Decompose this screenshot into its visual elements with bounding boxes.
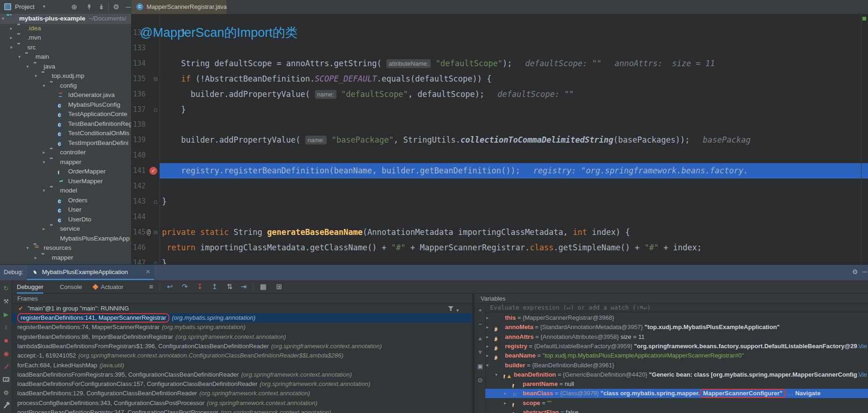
tree-item-ordermapper[interactable]: IOrderMapper xyxy=(0,167,132,177)
variable-row-this[interactable]: ▸this = {MapperScannerRegistrar@3968} xyxy=(485,313,868,323)
tree-item-orders[interactable]: COrders xyxy=(0,196,132,206)
fold-marker-icon[interactable]: ⊟ xyxy=(154,225,157,240)
tree-item--mvn[interactable]: ▸.mvn xyxy=(0,33,132,43)
code-line-144[interactable]: 144 xyxy=(132,209,868,225)
code-line-134[interactable]: 134 String defaultScope = annoAttrs.getS… xyxy=(132,56,868,71)
code-line-143[interactable]: 143⌂} xyxy=(132,194,868,209)
frame-row[interactable]: registerBeanDefinitions:74, MapperScanne… xyxy=(12,323,472,332)
code-editor[interactable]: 132⌂ }133134 String defaultScope = annoA… xyxy=(132,14,868,264)
frame-row[interactable]: registerBeanDefinitions:86, ImportBeanDe… xyxy=(12,332,472,342)
fold-marker-icon[interactable]: ⌂ xyxy=(154,102,157,117)
chevron-expanded-icon[interactable]: ▾ xyxy=(18,54,21,59)
line-number[interactable]: 140 xyxy=(132,148,146,163)
frame-row[interactable]: loadBeanDefinitionsFromRegistrars:395, C… xyxy=(12,370,472,379)
tree-item-user[interactable]: CUser xyxy=(0,205,132,215)
chevron-collapsed-icon[interactable]: ▸ xyxy=(486,332,489,342)
code-line-135[interactable]: 135⊟ if (!AbstractBeanDefinition.SCOPE_D… xyxy=(132,71,868,87)
chevron-expanded-icon[interactable]: ▾ xyxy=(495,370,497,379)
tree-item-src[interactable]: ▾src xyxy=(0,43,132,53)
frame-row[interactable]: registerBeanDefinitions:141, MapperScann… xyxy=(12,313,472,323)
remove-watch-icon[interactable]: − xyxy=(476,320,485,329)
inline-watches-icon[interactable]: ⊙ xyxy=(476,376,485,385)
editor-tab[interactable]: C MapperScannerRegistrar.java ✕ xyxy=(132,0,226,14)
layout-menu-icon[interactable]: ≡ xyxy=(146,281,157,292)
variable-row-registry[interactable]: ▸pregistry = {DefaultListableBeanFactory… xyxy=(485,342,868,351)
tree-item-testbeandefinitionreg[interactable]: CTestBeanDefinitionReg xyxy=(0,119,132,129)
chevron-collapsed-icon[interactable]: ▸ xyxy=(486,313,489,323)
variable-row-annoAttrs[interactable]: ▸pannoAttrs = {AnnotationAttributes@3958… xyxy=(485,332,868,342)
code-line-136[interactable]: 136 builder.addPropertyValue( name: "def… xyxy=(132,87,868,102)
variable-row-annoMeta[interactable]: ▸pannoMeta = {StandardAnnotationMetadata… xyxy=(485,323,868,332)
code-line-142[interactable]: 142 xyxy=(132,179,868,194)
mute-breakpoints-icon[interactable]: ◉ xyxy=(0,349,12,358)
tab-actuator[interactable]: Actuator xyxy=(101,280,123,294)
variable-row-scope[interactable]: ▸fscope = "" xyxy=(485,399,868,408)
tree-item-model[interactable]: ▾model xyxy=(0,186,132,196)
line-number[interactable]: 141 xyxy=(132,163,146,179)
frame-row[interactable]: accept:-1, 619241052(org.springframework… xyxy=(12,351,472,360)
frame-row[interactable]: lambda$loadBeanDefinitionsFromRegistrars… xyxy=(12,342,472,351)
tree-item-usermapper[interactable]: UserMapper xyxy=(0,177,132,186)
line-number[interactable]: 138 xyxy=(132,117,146,132)
tree-item-testapplicationconte[interactable]: CTestApplicationConte xyxy=(0,110,132,119)
frame-row[interactable]: postProcessBeanDefinitionRegistry:247, C… xyxy=(12,408,472,413)
step-out-icon[interactable]: ↥ xyxy=(209,281,220,292)
code-line-139[interactable]: 139 builder.addPropertyValue( name: "bas… xyxy=(132,132,868,148)
code-line-147[interactable]: 147⌂} xyxy=(132,255,868,265)
fold-marker-icon[interactable]: ⊟ xyxy=(154,71,157,87)
move-up-icon[interactable]: ▲ xyxy=(476,334,485,343)
tree-item-mybatis-plus-example[interactable]: ▾mybatis-plus-example~/Documents/ xyxy=(0,14,132,24)
chevron-collapsed-icon[interactable]: ▸ xyxy=(486,351,489,360)
line-number[interactable]: 133 xyxy=(132,41,146,56)
chevron-expanded-icon[interactable]: ▾ xyxy=(43,188,45,193)
stop-icon[interactable]: ■ xyxy=(0,336,12,345)
variable-row-beanClass[interactable]: ▸⚐beanClass = {Class@3979} "class org.my… xyxy=(485,389,868,398)
tree-item-service[interactable]: ▸service xyxy=(0,224,132,234)
breakpoint-icon[interactable]: ✓ xyxy=(149,167,157,175)
chevron-collapsed-icon[interactable]: ▸ xyxy=(10,26,13,31)
scrollbar-track[interactable] xyxy=(861,14,861,264)
chevron-expanded-icon[interactable]: ▾ xyxy=(43,83,45,88)
tree-item-java[interactable]: ▾java xyxy=(0,62,132,72)
build-settings-icon[interactable]: ⚒ xyxy=(0,297,12,306)
drop-frame-icon[interactable]: ⇅ xyxy=(224,281,235,292)
view-link[interactable]: … Vie xyxy=(851,342,867,351)
evaluate-expression-input[interactable]: Evaluate expression (↵) or add a watch (… xyxy=(485,303,868,312)
duplicate-watch-icon[interactable]: ▣ xyxy=(476,362,485,371)
chevron-collapsed-icon[interactable]: ▸ xyxy=(486,342,489,351)
variable-row-beanName[interactable]: ▸pbeanName = "top.xudj.mp.MybatisPlusExa… xyxy=(485,351,868,360)
chevron-expanded-icon[interactable]: ▾ xyxy=(43,159,45,165)
pin-icon[interactable] xyxy=(3,403,8,408)
settings-gear-icon[interactable]: ⚙ xyxy=(111,2,121,12)
tree-item-mapper[interactable]: ▸mapper xyxy=(0,253,132,263)
resume-icon[interactable]: ▶ xyxy=(0,310,12,319)
variable-value[interactable]: Navigate xyxy=(795,390,820,397)
hide-window-icon[interactable]: ─ xyxy=(862,268,867,275)
line-number[interactable]: 145 xyxy=(132,225,146,240)
tree-item-config[interactable]: ▾config xyxy=(0,81,132,91)
fold-marker-icon[interactable]: ⌂ xyxy=(154,194,157,209)
code-line-140[interactable]: 140 xyxy=(132,148,868,163)
chevron-expanded-icon[interactable]: ▾ xyxy=(2,16,4,21)
locate-file-icon[interactable]: ⊕ xyxy=(69,2,79,12)
chevron-collapsed-icon[interactable]: ▸ xyxy=(35,255,37,260)
tree-item--idea[interactable]: ▸.idea xyxy=(0,24,132,34)
chevron-collapsed-icon[interactable]: ▸ xyxy=(504,389,506,398)
chevron-collapsed-icon[interactable]: ▸ xyxy=(10,35,13,40)
tree-item-idgenerator-java[interactable]: IdGenerator.java xyxy=(0,90,132,100)
tab-console[interactable]: Console xyxy=(60,280,82,294)
tree-item-resources[interactable]: ▾resources xyxy=(0,243,132,253)
frame-row[interactable]: forEach:684, LinkedHashMap(java.util) xyxy=(12,361,472,370)
chevron-expanded-icon[interactable]: ▾ xyxy=(27,64,29,69)
chevron-collapsed-icon[interactable]: ▸ xyxy=(504,399,506,408)
code-line-133[interactable]: 133 xyxy=(132,41,868,56)
line-number[interactable]: 139 xyxy=(132,132,146,148)
line-number[interactable]: 142 xyxy=(132,179,146,194)
tree-item-userdto[interactable]: CUserDto xyxy=(0,215,132,225)
code-line-137[interactable]: 137⌂ } xyxy=(132,102,868,117)
chevron-expanded-icon[interactable]: ▾ xyxy=(10,45,13,50)
layout-settings-icon[interactable]: ⊞ xyxy=(273,281,285,292)
variable-row-beanDefinition[interactable]: ▾fbeanDefinition = {GenericBeanDefinitio… xyxy=(485,370,868,379)
chevron-collapsed-icon[interactable]: ▸ xyxy=(486,323,489,332)
tree-item-top-xudj-mp[interactable]: ▾top.xudj.mp xyxy=(0,71,132,81)
